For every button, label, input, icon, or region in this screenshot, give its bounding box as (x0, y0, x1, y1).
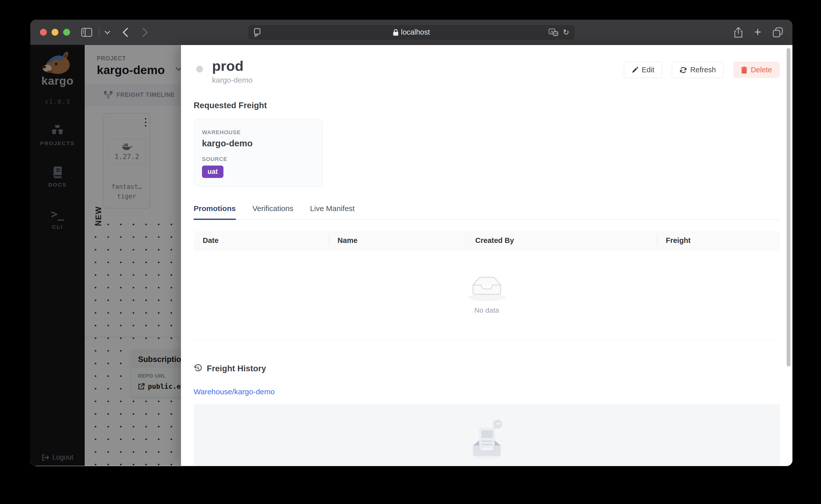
zoom-window-button[interactable] (63, 29, 70, 36)
toolbar-divider (99, 27, 99, 38)
empty-history-illustration (465, 418, 509, 459)
url-text: localhost (401, 28, 430, 36)
stage-details-drawer: prod kargo-demo Edit (181, 45, 792, 466)
column-header-freight[interactable]: Freight (657, 236, 780, 245)
no-data-label: No data (474, 306, 499, 314)
drawer-scrollbar[interactable] (787, 48, 790, 366)
source-label: SOURCE (202, 156, 314, 163)
freight-history-heading: Freight History (207, 364, 266, 373)
edit-button[interactable]: Edit (624, 62, 662, 78)
warehouse-label: WAREHOUSE (202, 129, 314, 136)
new-tab-icon[interactable]: + (754, 26, 761, 38)
address-url-wrap: localhost (248, 28, 575, 36)
forward-button[interactable] (142, 27, 148, 37)
delete-button[interactable]: Delete (733, 62, 780, 78)
sidebar-toggle-icon[interactable] (81, 28, 92, 37)
pencil-icon (632, 67, 638, 73)
history-icon (194, 364, 202, 373)
freight-history-empty-state: No freight history of Warehouse/kargo-de… (194, 404, 780, 466)
address-bar[interactable]: localhost A ↻ (248, 25, 575, 40)
stage-subtitle: kargo-demo (212, 76, 253, 84)
column-header-name[interactable]: Name (328, 236, 466, 245)
chevron-down-icon[interactable] (104, 30, 110, 34)
table-header-row: Date Name Created By Freight (194, 231, 780, 250)
drawer-mask[interactable] (30, 45, 181, 466)
tab-live-manifest[interactable]: Live Manifest (310, 204, 355, 219)
warehouse-value: kargo-demo (202, 138, 314, 148)
requested-freight-card: WAREHOUSE kargo-demo SOURCE uat (194, 119, 323, 187)
minimize-window-button[interactable] (52, 29, 58, 36)
refresh-icon (680, 66, 687, 74)
back-button[interactable] (122, 27, 129, 37)
column-header-created-by[interactable]: Created By (466, 236, 657, 245)
traffic-lights (40, 29, 70, 36)
table-empty-state: No data (194, 250, 780, 340)
tab-verifications[interactable]: Verifications (253, 204, 293, 219)
column-header-date[interactable]: Date (194, 236, 328, 245)
share-icon[interactable] (734, 27, 743, 38)
requested-freight-heading: Requested Freight (194, 101, 780, 110)
source-badge: uat (202, 166, 223, 178)
detail-tabs: Promotions Verifications Live Manifest (194, 204, 780, 220)
close-window-button[interactable] (40, 29, 47, 36)
empty-inbox-icon (467, 276, 507, 302)
trash-icon (741, 66, 747, 74)
warehouse-link[interactable]: Warehouse/kargo-demo (194, 387, 275, 396)
browser-toolbar: localhost A ↻ + (30, 20, 792, 45)
stage-status-dot (196, 66, 203, 73)
stage-title: prod (212, 58, 253, 74)
refresh-button[interactable]: Refresh (672, 62, 724, 78)
lock-icon (393, 29, 398, 36)
promotions-table: Date Name Created By Freight No data (194, 231, 780, 340)
tab-promotions[interactable]: Promotions (194, 204, 236, 219)
tab-overview-icon[interactable] (773, 27, 783, 37)
browser-window: localhost A ↻ + (30, 20, 792, 466)
